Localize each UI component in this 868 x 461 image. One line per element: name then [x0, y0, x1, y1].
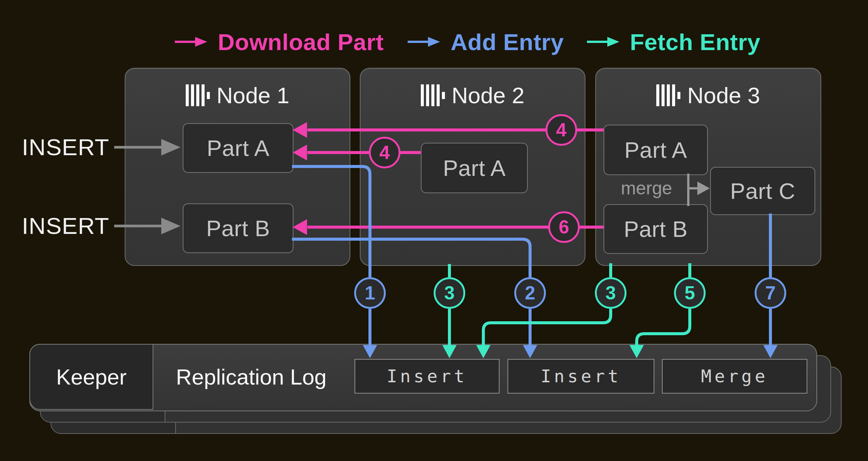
node3-part-a: Part A: [604, 125, 708, 175]
legend-download-part-label: Download Part: [218, 29, 384, 55]
legend-add-entry-label: Add Entry: [451, 29, 564, 55]
insert-label-1: INSERT: [22, 134, 109, 161]
node-3-title-label: Node 3: [687, 82, 760, 108]
clickhouse-logo-icon: [186, 84, 210, 106]
step-badge-6: 6: [548, 211, 580, 243]
insert-label-2: INSERT: [22, 212, 109, 240]
replication-log-title: Replication Log: [176, 363, 327, 391]
log-entry-insert-1: Insert: [355, 359, 500, 394]
replication-diagram: Download Part Add Entry Fetch Entry INSE…: [0, 0, 868, 461]
node3-part-c: Part C: [710, 167, 815, 215]
download-part-arrow-icon: [174, 34, 208, 49]
step-badge-4-node2: 4: [369, 137, 400, 168]
node-2-title: Node 2: [361, 82, 585, 108]
merge-label: merge: [613, 177, 680, 199]
node2-part-a: Part A: [421, 143, 528, 193]
legend-fetch-entry-label: Fetch Entry: [630, 29, 761, 55]
log-entry-merge: Merge: [662, 359, 807, 394]
step-badge-1: 1: [354, 277, 386, 309]
keeper-box: Keeper: [29, 344, 153, 410]
node-1-title-label: Node 1: [217, 82, 289, 108]
node-1-title: Node 1: [125, 82, 350, 108]
step-badge-5: 5: [674, 277, 706, 309]
fetch-entry-arrow-icon: [586, 34, 620, 49]
step-badge-3-node3: 3: [595, 277, 627, 309]
legend-download-part: Download Part: [174, 28, 384, 56]
clickhouse-logo-icon: [656, 84, 680, 106]
log-entry-insert-2: Insert: [507, 359, 654, 394]
step-badge-2: 2: [514, 277, 546, 309]
node-2-title-label: Node 2: [452, 82, 524, 108]
node1-part-b: Part B: [183, 203, 293, 253]
step-badge-4-node3: 4: [546, 114, 577, 146]
add-entry-arrow-icon: [407, 34, 441, 49]
legend-add-entry: Add Entry: [407, 28, 564, 56]
legend-fetch-entry: Fetch Entry: [586, 28, 761, 56]
node1-part-a: Part A: [183, 123, 293, 173]
step-badge-3-node2: 3: [434, 277, 465, 309]
step-badge-7: 7: [755, 277, 786, 309]
clickhouse-logo-icon: [421, 84, 445, 106]
node-3-title: Node 3: [596, 82, 821, 108]
node3-part-b: Part B: [604, 204, 708, 254]
